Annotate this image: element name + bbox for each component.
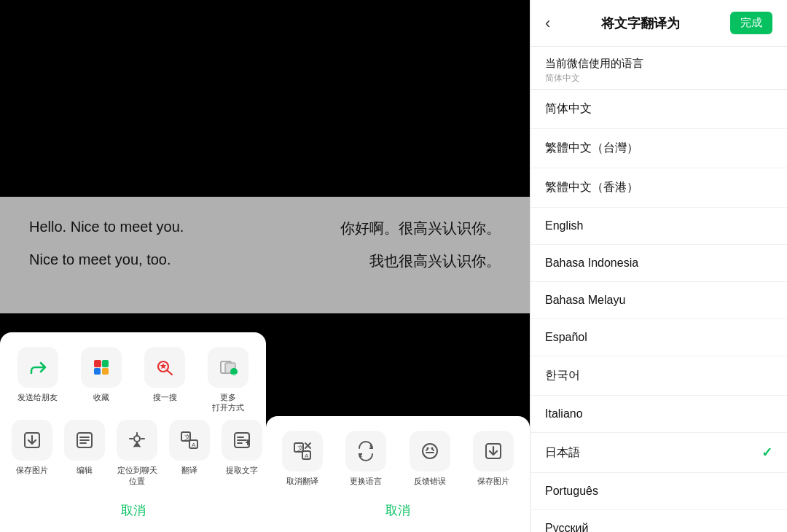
svg-marker-6 [160,363,167,369]
action-forward[interactable]: 发送给朋友 [12,347,63,413]
forward-icon-circle [17,347,58,388]
action-row-1: 发送给朋友 收藏 [12,347,254,413]
language-item-7[interactable]: 한국어 [530,356,787,396]
language-name-6: Español [545,331,587,344]
back-button[interactable]: ‹ [545,15,550,31]
current-lang-title: 当前微信使用的语言 [545,57,772,71]
edit-icon [74,430,95,450]
more-open-icon-circle: ... [208,347,248,388]
save-img-icon-circle [12,420,52,461]
action-save-img[interactable]: 保存图片 [12,420,52,486]
done-button[interactable]: 完成 [730,12,772,34]
left-panel: Hello. Nice to meet you. 你好啊。很高兴认识你。 Nic… [0,0,530,532]
translate-label: 翻译 [181,465,197,475]
save-right-icon [483,441,504,461]
forward-label: 发送给朋友 [17,392,58,402]
action-row-2: 保存图片 编辑 [12,420,254,486]
language-name-4: Bahasa Indonesia [545,257,638,270]
language-list: 简体中文繁體中文（台灣）繁體中文（香港）EnglishBahasa Indone… [530,90,787,532]
more-open-icon: ... [218,357,238,378]
language-item-2[interactable]: 繁體中文（香港） [530,168,787,208]
language-name-3: English [545,219,583,232]
action-more-open[interactable]: ... 更多打开方式 [203,347,254,413]
cancel-trans-icon-circle: 文 A [282,431,323,472]
language-name-11: Русский [545,522,588,532]
change-lang-label: 更换语言 [350,476,382,486]
language-name-1: 繁體中文（台灣） [545,141,638,156]
action-save-right[interactable]: 保存图片 [469,431,519,486]
language-item-3[interactable]: English [530,208,787,245]
language-item-5[interactable]: Bahasa Melayu [530,282,787,319]
left-cancel-button[interactable]: 取消 [12,493,254,525]
svg-point-36 [426,447,428,449]
collect-icon [91,357,111,378]
collect-label: 收藏 [93,392,109,402]
save-right-icon-circle [473,431,514,472]
language-item-10[interactable]: Português [530,473,787,510]
search-label: 搜一搜 [153,392,177,402]
action-change-lang[interactable]: 更换语言 [342,431,391,486]
edit-icon-circle [64,420,105,461]
svg-rect-1 [102,360,109,367]
language-name-7: 한국어 [545,368,580,383]
language-name-0: 简体中文 [545,101,592,117]
forward-icon [28,357,48,378]
action-sheet-right: 文 A 取消翻译 [266,416,530,532]
svg-point-17 [134,436,140,442]
action-translate[interactable]: 文 A 翻译 [169,420,210,486]
right-cancel-button[interactable]: 取消 [278,493,518,525]
language-name-10: Português [545,485,598,498]
translate-icon-circle: 文 A [169,420,210,461]
language-name-9: 日本語 [545,445,580,461]
language-name-2: 繁體中文（香港） [545,180,638,195]
language-item-8[interactable]: Italiano [530,396,787,433]
svg-text:A: A [305,453,309,459]
cancel-trans-label: 取消翻译 [286,476,318,486]
language-item-6[interactable]: Español [530,319,787,356]
translate-icon: 文 A [179,430,200,450]
locate-icon-circle [117,420,157,461]
action-search[interactable]: 搜一搜 [139,347,191,413]
extract-label: 提取文字 [226,465,258,475]
feedback-icon [420,441,440,461]
collect-icon-circle [81,347,122,388]
chat-line-2: Nice to meet you, too. 我也很高兴认识你。 [29,251,501,271]
feedback-icon-circle [410,431,450,472]
svg-text:A: A [192,442,196,448]
action-collect[interactable]: 收藏 [75,347,127,413]
search-star-icon [154,357,175,378]
black-top-area [0,0,530,197]
svg-rect-3 [102,368,109,375]
language-name-8: Italiano [545,407,583,420]
chat-english-2: Nice to meet you, too. [29,251,171,268]
feedback-label: 反馈错误 [414,476,446,486]
svg-text:...: ... [232,369,238,375]
change-lang-icon [356,441,376,461]
language-item-1[interactable]: 繁體中文（台灣） [530,129,787,168]
locate-icon [127,430,147,450]
svg-point-37 [431,447,433,449]
action-feedback[interactable]: 反馈错误 [405,431,455,486]
locate-label: 定位到聊天位置 [117,465,157,486]
language-item-0[interactable]: 简体中文 [530,90,787,129]
action-extract[interactable]: 提取文字 [222,420,262,486]
language-item-4[interactable]: Bahasa Indonesia [530,245,787,282]
header-title: 将文字翻译为 [601,15,680,32]
current-lang-subtitle: 简体中文 [545,72,772,85]
chat-chinese-1: 你好啊。很高兴认识你。 [340,219,501,238]
svg-rect-2 [94,368,101,375]
action-edit[interactable]: 编辑 [64,420,105,486]
action-locate[interactable]: 定位到聊天位置 [117,420,157,486]
action-sheet-left: 发送给朋友 收藏 [0,332,266,532]
action-cancel-trans[interactable]: 文 A 取消翻译 [278,431,327,486]
save-img-icon [22,430,42,450]
language-item-9[interactable]: 日本語✓ [530,433,787,473]
chat-line-1: Hello. Nice to meet you. 你好啊。很高兴认识你。 [29,219,501,238]
save-right-label: 保存图片 [477,476,509,486]
language-item-11[interactable]: Русский [530,510,787,532]
edit-label: 编辑 [77,465,93,475]
right-header: ‹ 将文字翻译为 完成 [530,0,787,47]
svg-line-5 [167,370,172,375]
svg-point-32 [423,444,437,458]
extract-icon [232,430,252,450]
